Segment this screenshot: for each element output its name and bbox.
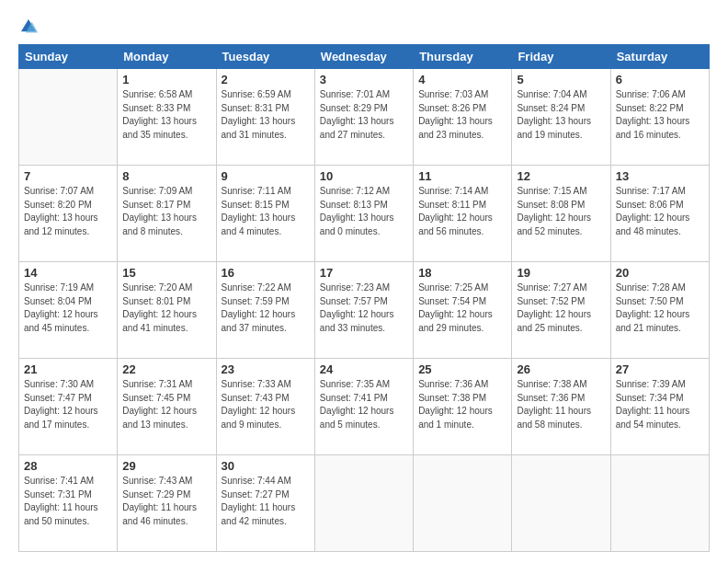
calendar-header-row: SundayMondayTuesdayWednesdayThursdayFrid… — [19, 45, 710, 69]
calendar-week-2: 7Sunrise: 7:07 AM Sunset: 8:20 PM Daylig… — [19, 166, 710, 262]
calendar-cell: 24Sunrise: 7:35 AM Sunset: 7:41 PM Dayli… — [314, 359, 413, 455]
day-number: 9 — [222, 169, 310, 183]
day-info: Sunrise: 7:11 AM Sunset: 8:15 PM Dayligh… — [222, 185, 310, 238]
calendar-week-4: 21Sunrise: 7:30 AM Sunset: 7:47 PM Dayli… — [19, 359, 710, 455]
day-number: 29 — [122, 459, 210, 473]
calendar-cell: 27Sunrise: 7:39 AM Sunset: 7:34 PM Dayli… — [610, 359, 709, 455]
col-header-wednesday: Wednesday — [314, 45, 413, 69]
day-number: 14 — [24, 266, 112, 280]
header — [18, 17, 710, 37]
day-info: Sunrise: 7:27 AM Sunset: 7:52 PM Dayligh… — [517, 282, 605, 335]
day-info: Sunrise: 7:17 AM Sunset: 8:06 PM Dayligh… — [616, 185, 704, 238]
calendar-cell: 8Sunrise: 7:09 AM Sunset: 8:17 PM Daylig… — [118, 166, 216, 262]
calendar-cell: 19Sunrise: 7:27 AM Sunset: 7:52 PM Dayli… — [512, 262, 610, 359]
day-number: 11 — [418, 169, 506, 183]
day-number: 21 — [24, 362, 112, 376]
calendar-cell: 18Sunrise: 7:25 AM Sunset: 7:54 PM Dayli… — [414, 262, 512, 359]
day-info: Sunrise: 7:43 AM Sunset: 7:29 PM Dayligh… — [122, 475, 210, 528]
calendar-cell: 13Sunrise: 7:17 AM Sunset: 8:06 PM Dayli… — [610, 166, 709, 262]
day-number: 15 — [122, 266, 210, 280]
day-number: 3 — [320, 73, 408, 86]
day-number: 6 — [616, 73, 704, 86]
day-info: Sunrise: 7:12 AM Sunset: 8:13 PM Dayligh… — [320, 185, 408, 238]
day-number: 30 — [222, 459, 310, 473]
calendar-cell: 20Sunrise: 7:28 AM Sunset: 7:50 PM Dayli… — [610, 262, 709, 359]
col-header-saturday: Saturday — [610, 45, 709, 69]
day-number: 7 — [24, 169, 112, 183]
day-number: 2 — [222, 73, 310, 86]
calendar-cell: 12Sunrise: 7:15 AM Sunset: 8:08 PM Dayli… — [512, 166, 610, 262]
calendar-cell: 11Sunrise: 7:14 AM Sunset: 8:11 PM Dayli… — [414, 166, 512, 262]
calendar-table: SundayMondayTuesdayWednesdayThursdayFrid… — [18, 44, 710, 552]
calendar-cell: 25Sunrise: 7:36 AM Sunset: 7:38 PM Dayli… — [414, 359, 512, 455]
day-number: 1 — [122, 73, 210, 86]
calendar-cell — [19, 69, 118, 166]
calendar-cell: 1Sunrise: 6:58 AM Sunset: 8:33 PM Daylig… — [118, 69, 216, 166]
calendar-cell — [314, 455, 413, 552]
calendar-cell — [414, 455, 512, 552]
day-info: Sunrise: 7:19 AM Sunset: 8:04 PM Dayligh… — [24, 282, 112, 335]
day-info: Sunrise: 7:07 AM Sunset: 8:20 PM Dayligh… — [24, 185, 112, 238]
day-number: 20 — [616, 266, 704, 280]
col-header-monday: Monday — [118, 45, 216, 69]
calendar-cell: 29Sunrise: 7:43 AM Sunset: 7:29 PM Dayli… — [118, 455, 216, 552]
day-info: Sunrise: 7:01 AM Sunset: 8:29 PM Dayligh… — [320, 88, 408, 142]
day-info: Sunrise: 7:44 AM Sunset: 7:27 PM Dayligh… — [222, 475, 310, 528]
logo — [18, 17, 42, 37]
day-number: 16 — [222, 266, 310, 280]
day-info: Sunrise: 7:35 AM Sunset: 7:41 PM Dayligh… — [320, 378, 408, 431]
day-info: Sunrise: 7:09 AM Sunset: 8:17 PM Dayligh… — [122, 185, 210, 238]
day-info: Sunrise: 7:30 AM Sunset: 7:47 PM Dayligh… — [24, 378, 112, 431]
calendar-cell: 22Sunrise: 7:31 AM Sunset: 7:45 PM Dayli… — [118, 359, 216, 455]
day-number: 10 — [320, 169, 408, 183]
page: SundayMondayTuesdayWednesdayThursdayFrid… — [0, 0, 728, 563]
calendar-cell — [610, 455, 709, 552]
calendar-cell: 21Sunrise: 7:30 AM Sunset: 7:47 PM Dayli… — [19, 359, 118, 455]
day-info: Sunrise: 7:15 AM Sunset: 8:08 PM Dayligh… — [517, 185, 605, 238]
day-number: 23 — [222, 362, 310, 376]
calendar-cell: 9Sunrise: 7:11 AM Sunset: 8:15 PM Daylig… — [216, 166, 314, 262]
day-info: Sunrise: 7:41 AM Sunset: 7:31 PM Dayligh… — [24, 475, 112, 528]
logo-icon — [18, 17, 39, 37]
calendar-cell: 6Sunrise: 7:06 AM Sunset: 8:22 PM Daylig… — [610, 69, 709, 166]
col-header-friday: Friday — [512, 45, 610, 69]
calendar-week-5: 28Sunrise: 7:41 AM Sunset: 7:31 PM Dayli… — [19, 455, 710, 552]
day-number: 12 — [517, 169, 605, 183]
day-info: Sunrise: 6:59 AM Sunset: 8:31 PM Dayligh… — [222, 88, 310, 142]
calendar-week-3: 14Sunrise: 7:19 AM Sunset: 8:04 PM Dayli… — [19, 262, 710, 359]
day-number: 25 — [418, 362, 506, 376]
day-number: 27 — [616, 362, 704, 376]
day-number: 8 — [122, 169, 210, 183]
day-number: 5 — [517, 73, 605, 86]
calendar-cell: 5Sunrise: 7:04 AM Sunset: 8:24 PM Daylig… — [512, 69, 610, 166]
calendar-cell: 30Sunrise: 7:44 AM Sunset: 7:27 PM Dayli… — [216, 455, 314, 552]
day-info: Sunrise: 6:58 AM Sunset: 8:33 PM Dayligh… — [122, 88, 210, 142]
calendar-week-1: 1Sunrise: 6:58 AM Sunset: 8:33 PM Daylig… — [19, 69, 710, 166]
calendar-cell — [512, 455, 610, 552]
day-info: Sunrise: 7:39 AM Sunset: 7:34 PM Dayligh… — [616, 378, 704, 431]
calendar-cell: 26Sunrise: 7:38 AM Sunset: 7:36 PM Dayli… — [512, 359, 610, 455]
day-info: Sunrise: 7:25 AM Sunset: 7:54 PM Dayligh… — [418, 282, 506, 335]
day-number: 26 — [517, 362, 605, 376]
day-info: Sunrise: 7:04 AM Sunset: 8:24 PM Dayligh… — [517, 88, 605, 142]
col-header-thursday: Thursday — [414, 45, 512, 69]
col-header-tuesday: Tuesday — [216, 45, 314, 69]
day-number: 24 — [320, 362, 408, 376]
day-info: Sunrise: 7:38 AM Sunset: 7:36 PM Dayligh… — [517, 378, 605, 431]
day-number: 17 — [320, 266, 408, 280]
day-info: Sunrise: 7:03 AM Sunset: 8:26 PM Dayligh… — [418, 88, 506, 142]
day-number: 28 — [24, 459, 112, 473]
day-number: 22 — [122, 362, 210, 376]
day-info: Sunrise: 7:33 AM Sunset: 7:43 PM Dayligh… — [222, 378, 310, 431]
day-info: Sunrise: 7:28 AM Sunset: 7:50 PM Dayligh… — [616, 282, 704, 335]
day-info: Sunrise: 7:06 AM Sunset: 8:22 PM Dayligh… — [616, 88, 704, 142]
day-info: Sunrise: 7:14 AM Sunset: 8:11 PM Dayligh… — [418, 185, 506, 238]
day-number: 13 — [616, 169, 704, 183]
calendar-cell: 7Sunrise: 7:07 AM Sunset: 8:20 PM Daylig… — [19, 166, 118, 262]
calendar-cell: 2Sunrise: 6:59 AM Sunset: 8:31 PM Daylig… — [216, 69, 314, 166]
day-number: 19 — [517, 266, 605, 280]
calendar-cell: 4Sunrise: 7:03 AM Sunset: 8:26 PM Daylig… — [414, 69, 512, 166]
day-info: Sunrise: 7:36 AM Sunset: 7:38 PM Dayligh… — [418, 378, 506, 431]
calendar-cell: 16Sunrise: 7:22 AM Sunset: 7:59 PM Dayli… — [216, 262, 314, 359]
day-number: 18 — [418, 266, 506, 280]
